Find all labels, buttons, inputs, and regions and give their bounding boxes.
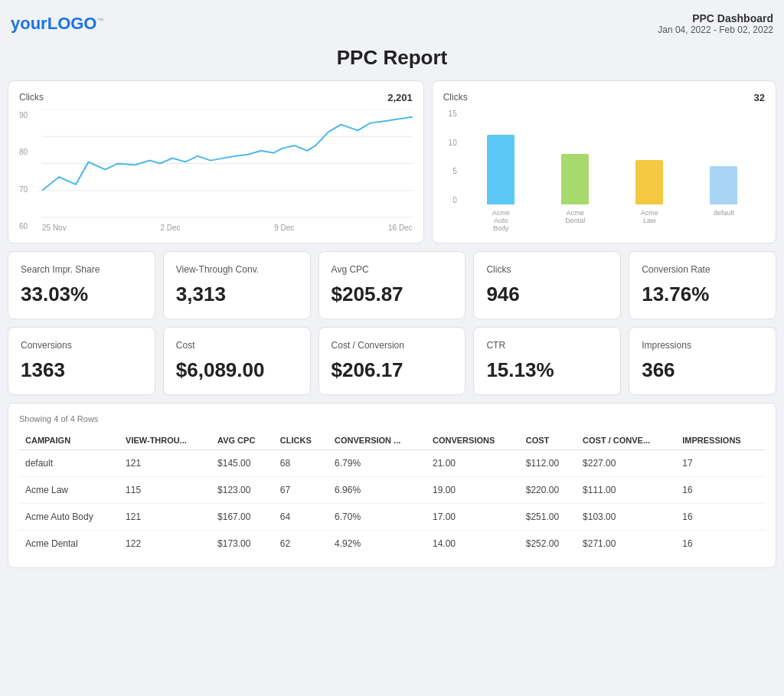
bar-group-1 xyxy=(487,109,514,204)
metric-value: 33.03% xyxy=(21,283,142,306)
table-col-header: AVG CPC xyxy=(211,431,274,450)
table-cell: $103.00 xyxy=(577,504,676,531)
bar-label-1: Acme Auto Body xyxy=(487,209,514,232)
metric-card: Conversions 1363 xyxy=(8,327,155,395)
table-cell: 68 xyxy=(274,450,328,477)
metrics-row-2: Conversions 1363 Cost $6,089.00 Cost / C… xyxy=(8,327,776,395)
bar-group-4 xyxy=(710,109,737,204)
table-cell: 6.79% xyxy=(328,450,426,477)
table-cell: $271.00 xyxy=(577,531,676,557)
metric-value: 3,313 xyxy=(176,283,298,306)
metric-label: Clicks xyxy=(486,264,608,275)
metric-card: Conversion Rate 13.76% xyxy=(629,251,776,319)
table-cell: Acme Auto Body xyxy=(19,504,119,531)
line-chart-container: 90 80 70 60 xyxy=(19,109,413,232)
left-chart-label: Clicks xyxy=(19,92,44,103)
table-head: CAMPAIGNVIEW-THROU...AVG CPCCLICKSCONVER… xyxy=(19,431,765,450)
logo: yourLOGO™ xyxy=(11,14,103,34)
table-cell: 19.00 xyxy=(426,477,520,504)
bar-y-axis: 15 10 5 0 xyxy=(443,109,457,204)
metric-label: Search Impr. Share xyxy=(21,264,142,275)
metric-value: 13.76% xyxy=(642,283,763,306)
metric-value: 15.13% xyxy=(486,358,608,382)
metric-label: Impressions xyxy=(642,340,763,351)
metric-value: 366 xyxy=(642,358,763,382)
table-row: Acme Law115$123.00676.96%19.00$220.00$11… xyxy=(19,477,765,504)
table-cell: Acme Dental xyxy=(19,531,119,557)
y-axis-labels: 90 80 70 60 xyxy=(19,109,41,232)
table-cell: 21.00 xyxy=(426,450,520,477)
table-cell: 6.96% xyxy=(328,477,426,504)
metric-value: 1363 xyxy=(21,358,142,382)
bar-label-4: default xyxy=(710,209,737,217)
table-row: default121$145.00686.79%21.00$112.00$227… xyxy=(19,450,765,477)
dashboard-title: PPC Dashboard xyxy=(658,12,773,25)
right-chart-label: Clicks xyxy=(443,92,468,103)
bar-chart-container: 15 10 5 0 xyxy=(443,109,765,232)
table-col-header: CAMPAIGN xyxy=(19,431,119,450)
table-cell: 17 xyxy=(676,450,765,477)
table-section: Showing 4 of 4 Rows CAMPAIGNVIEW-THROU..… xyxy=(8,403,776,568)
table-cell: 121 xyxy=(119,504,211,531)
metric-card: Cost $6,089.00 xyxy=(163,327,311,395)
table-col-header: VIEW-THROU... xyxy=(119,431,211,450)
table-cell: 62 xyxy=(274,531,328,557)
table-row: Acme Dental122$173.00624.92%14.00$252.00… xyxy=(19,531,765,557)
metric-card: Search Impr. Share 33.03% xyxy=(8,251,155,319)
bar-label-3: Acme Law xyxy=(635,209,663,224)
logo-tm: ™ xyxy=(96,17,103,25)
bar-group-3 xyxy=(635,109,663,204)
table-cell: 6.70% xyxy=(328,504,426,531)
table-cell: 4.92% xyxy=(328,531,426,557)
table-cell: $145.00 xyxy=(211,450,274,477)
metric-label: Avg CPC xyxy=(332,264,453,275)
metric-value: $205.87 xyxy=(332,283,453,306)
table-cell: Acme Law xyxy=(19,477,119,504)
x-axis-labels: 25 Nov 2 Dec 9 Dec 16 Dec xyxy=(42,224,413,232)
table-cell: 16 xyxy=(676,531,765,557)
table-cell: 14.00 xyxy=(426,531,520,557)
table-cell: default xyxy=(19,450,119,477)
right-chart-card: Clicks 32 15 10 5 0 xyxy=(432,80,776,243)
metric-value: $206.17 xyxy=(332,358,453,382)
table-col-header: CONVERSION ... xyxy=(328,431,426,450)
bar-group-2 xyxy=(561,109,589,204)
metrics-row-1: Search Impr. Share 33.03% View-Through C… xyxy=(8,251,776,319)
bar-4 xyxy=(710,166,737,204)
right-chart-value: 32 xyxy=(754,92,765,103)
table-col-header: CLICKS xyxy=(274,431,328,450)
chart-area xyxy=(42,109,413,218)
table-cell: 16 xyxy=(676,504,765,531)
bar-2 xyxy=(561,154,589,204)
table-body: default121$145.00686.79%21.00$112.00$227… xyxy=(19,450,765,557)
left-chart-value: 2,201 xyxy=(387,92,413,103)
table-cell: 121 xyxy=(119,450,211,477)
table-cell: $227.00 xyxy=(577,450,676,477)
metric-value: $6,089.00 xyxy=(176,358,298,382)
table-cell: $167.00 xyxy=(211,504,274,531)
table-cell: $220.00 xyxy=(520,477,577,504)
table-row: Acme Auto Body121$167.00646.70%17.00$251… xyxy=(19,504,765,531)
table-col-header: COST xyxy=(520,431,577,450)
table-cell: $252.00 xyxy=(520,531,577,557)
table-cell: 67 xyxy=(274,477,328,504)
metric-card: CTR 15.13% xyxy=(473,327,621,395)
metric-label: Conversions xyxy=(21,340,142,351)
table-cell: 115 xyxy=(119,477,211,504)
bar-3 xyxy=(635,160,663,204)
table-cell: 17.00 xyxy=(426,504,520,531)
page-title: PPC Report xyxy=(8,46,776,70)
logo-brand: LOGO xyxy=(47,14,97,33)
metric-label: Cost / Conversion xyxy=(332,340,453,351)
metric-value: 946 xyxy=(486,283,608,306)
right-chart-header: Clicks 32 xyxy=(443,92,765,103)
metric-card: Cost / Conversion $206.17 xyxy=(318,327,466,395)
metric-label: Conversion Rate xyxy=(642,264,763,275)
table-cell: $251.00 xyxy=(520,504,577,531)
metric-card: Avg CPC $205.87 xyxy=(318,251,466,319)
charts-row: Clicks 2,201 90 80 70 60 xyxy=(8,80,776,243)
logo-text: your xyxy=(11,14,47,33)
table-cell: $112.00 xyxy=(520,450,577,477)
table-cell: $111.00 xyxy=(577,477,676,504)
header-right: PPC Dashboard Jan 04, 2022 - Feb 02, 202… xyxy=(658,12,773,35)
